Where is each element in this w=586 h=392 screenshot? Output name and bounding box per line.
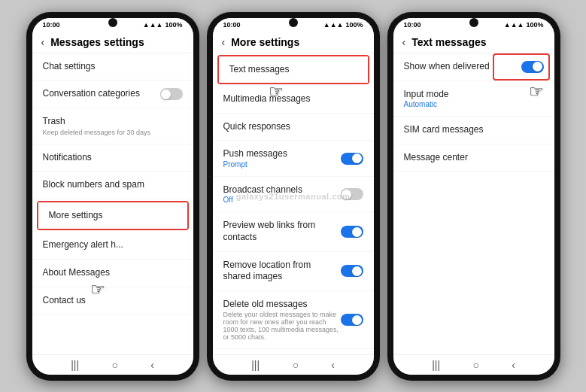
- nav-bar-2: ||| ○ ‹: [213, 354, 374, 375]
- list-item[interactable]: Remove location from shared images: [213, 252, 374, 291]
- list-item[interactable]: Text messages: [219, 56, 368, 84]
- toggle-remove-location[interactable]: [341, 265, 363, 277]
- list-item[interactable]: Message center: [393, 144, 554, 172]
- status-right-2: ▲▲▲ 100%: [323, 21, 363, 29]
- list-item[interactable]: Notifications: [32, 144, 193, 172]
- top-bar-2: ‹ More settings: [213, 30, 374, 53]
- notch-3: [469, 18, 478, 27]
- list-item[interactable]: Broadcast channels Off: [213, 177, 374, 213]
- list-item[interactable]: Delete old messages Delete your oldest m…: [213, 291, 374, 350]
- screen-3: 10:00 ▲▲▲ 100% ‹ Text messages Show when…: [393, 18, 554, 375]
- status-right-1: ▲▲▲ 100%: [143, 21, 183, 29]
- screen-title-1: Messages settings: [50, 36, 144, 48]
- screen-1: 10:00 ▲▲▲ 100% ‹ Messages settings Chat …: [32, 18, 193, 375]
- nav-home-icon[interactable]: ○: [111, 359, 117, 371]
- screen-content-2: ‹ More settings Text messages Multimedia…: [213, 30, 374, 375]
- toggle-preview-links[interactable]: [341, 226, 363, 238]
- back-button-2[interactable]: ‹: [222, 36, 226, 48]
- top-bar-3: ‹ Text messages: [393, 30, 554, 53]
- phone-1: 10:00 ▲▲▲ 100% ‹ Messages settings Chat …: [26, 12, 199, 381]
- toggle-push-messages[interactable]: [341, 153, 363, 165]
- list-item[interactable]: Show when delivered: [393, 53, 554, 81]
- back-button-1[interactable]: ‹: [41, 36, 45, 48]
- battery-2: 100%: [345, 21, 363, 29]
- battery-1: 100%: [165, 21, 182, 29]
- more-settings-highlighted: More settings: [37, 201, 189, 231]
- notch-2: [289, 18, 298, 27]
- menu-list-3: Show when delivered Input mode Automatic: [393, 53, 554, 354]
- nav-back-icon-2[interactable]: ‹: [331, 359, 335, 371]
- screen-content-3: ‹ Text messages Show when delivered Inpu…: [393, 30, 554, 375]
- time-1: 10:00: [43, 21, 60, 29]
- time-2: 10:00: [223, 21, 241, 29]
- list-item[interactable]: Trash Keep deleted messages for 30 days: [32, 108, 193, 144]
- toggle-show-delivered[interactable]: [521, 61, 544, 73]
- notch-1: [108, 18, 117, 27]
- nav-bar-1: ||| ○ ‹: [32, 354, 193, 375]
- menu-list-1: Chat settings Conversation categories Tr…: [32, 53, 193, 354]
- time-3: 10:00: [404, 21, 421, 29]
- back-button-3[interactable]: ‹: [402, 36, 406, 48]
- nav-menu-icon-2[interactable]: |||: [251, 359, 260, 371]
- phone-2: 10:00 ▲▲▲ 100% ‹ More settings Text mess…: [207, 12, 380, 381]
- status-right-3: ▲▲▲ 100%: [504, 21, 544, 29]
- screen-2: 10:00 ▲▲▲ 100% ‹ More settings Text mess…: [213, 18, 374, 375]
- top-bar-1: ‹ Messages settings: [32, 30, 193, 53]
- list-item[interactable]: Contact us: [32, 287, 193, 315]
- list-item[interactable]: Quick responses: [213, 114, 374, 141]
- nav-home-icon-3[interactable]: ○: [472, 359, 478, 371]
- list-item[interactable]: Push messages Prompt: [213, 141, 374, 177]
- list-item[interactable]: Preview web links from contacts: [213, 212, 374, 251]
- phone-3: 10:00 ▲▲▲ 100% ‹ Text messages Show when…: [387, 12, 560, 381]
- list-item[interactable]: SIM card messages: [393, 117, 554, 144]
- list-item[interactable]: Conversation categories: [32, 81, 193, 108]
- nav-home-icon-2[interactable]: ○: [292, 359, 298, 371]
- phones-container: 10:00 ▲▲▲ 100% ‹ Messages settings Chat …: [19, 5, 568, 388]
- nav-menu-icon[interactable]: |||: [71, 359, 79, 371]
- text-messages-highlighted: Text messages: [217, 55, 369, 85]
- signal-1: ▲▲▲: [143, 21, 163, 29]
- battery-3: 100%: [526, 21, 543, 29]
- nav-back-icon-3[interactable]: ‹: [512, 359, 515, 371]
- signal-3: ▲▲▲: [504, 21, 524, 29]
- nav-bar-3: ||| ○ ‹: [393, 354, 554, 375]
- toggle-delete-old[interactable]: [341, 314, 363, 326]
- screen-title-3: Text messages: [411, 36, 486, 48]
- screen-content-1: ‹ Messages settings Chat settings Conver…: [32, 30, 193, 375]
- nav-back-icon[interactable]: ‹: [150, 359, 154, 371]
- screen-title-2: More settings: [231, 36, 299, 48]
- toggle-conversation-categories[interactable]: [160, 88, 183, 100]
- nav-menu-icon-3[interactable]: |||: [432, 359, 440, 371]
- list-item[interactable]: Multimedia messages: [213, 86, 374, 114]
- list-item[interactable]: Chat settings: [32, 53, 193, 81]
- menu-list-2: Text messages Multimedia messages Quick …: [213, 53, 374, 354]
- list-item[interactable]: About Messages: [32, 260, 193, 287]
- toggle-broadcast-channels[interactable]: [341, 188, 363, 200]
- list-item[interactable]: More settings: [38, 202, 187, 229]
- signal-2: ▲▲▲: [323, 21, 344, 29]
- list-item[interactable]: Emergency alert h...: [32, 232, 193, 260]
- list-item[interactable]: Block numbers and spam: [32, 172, 193, 199]
- list-item[interactable]: Input mode Automatic: [393, 81, 554, 117]
